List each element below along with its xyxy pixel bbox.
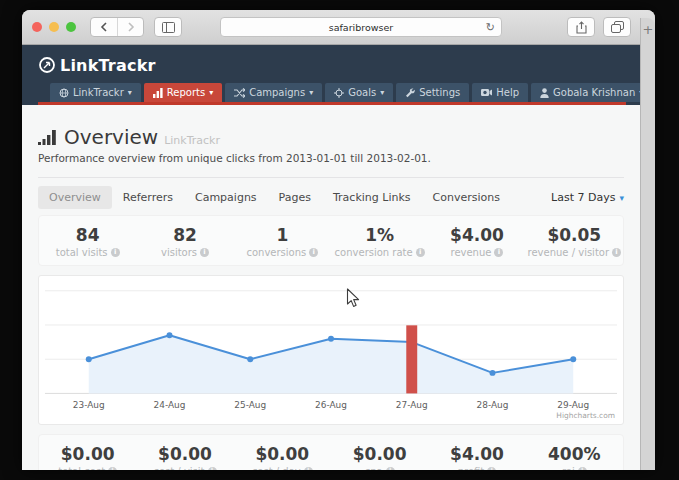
globe-icon (59, 88, 69, 98)
nav-item-reports[interactable]: Reports ▾ (144, 83, 222, 102)
stat-total-cost: $0.00 total costi (39, 444, 136, 470)
close-window-button[interactable] (32, 22, 42, 32)
nav-item-linktrackr[interactable]: LinkTrackr ▾ (50, 83, 141, 102)
svg-text:28-Aug: 28-Aug (477, 400, 509, 410)
report-tabs: Overview Referrers Campaigns Pages Track… (22, 178, 640, 211)
stat-value: $0.00 (234, 444, 331, 464)
stat-value: 84 (39, 225, 136, 245)
caret-down-icon: ▾ (209, 88, 213, 97)
back-button[interactable] (91, 18, 117, 36)
sidebar-toggle-button[interactable] (154, 17, 182, 37)
svg-text:Highcharts.com: Highcharts.com (556, 411, 615, 420)
user-icon (540, 88, 549, 98)
tab-overview[interactable]: Overview (38, 186, 112, 209)
stat-value: 400% (526, 444, 623, 464)
browser-window: safaribrowser ↻ + LinkTrackr (22, 10, 655, 470)
info-icon[interactable]: i (304, 467, 313, 470)
stat-value: $4.00 (428, 225, 525, 245)
tab-campaigns[interactable]: Campaigns (184, 186, 268, 209)
stat-cpa: $0.00 cpai (331, 444, 428, 470)
nav-item-help[interactable]: Help (472, 83, 528, 102)
stat-label: total visits (56, 247, 108, 258)
stat-revenue: $4.00 revenuei (428, 225, 525, 258)
stats-top-card: 84 total visitsi 82 visitorsi 1 conversi… (38, 215, 624, 266)
visits-chart[interactable]: 23-Aug24-Aug25-Aug26-Aug27-Aug28-Aug29-A… (38, 275, 624, 425)
nav-label: Campaigns (249, 87, 305, 98)
stats-bottom-card: $0.00 total costi $0.00 cost / visiti $0… (38, 434, 624, 470)
minimize-window-button[interactable] (49, 22, 59, 32)
tab-conversions[interactable]: Conversions (422, 186, 511, 209)
chevron-left-icon (100, 22, 108, 32)
stat-value: $0.00 (331, 444, 428, 464)
nav-item-campaigns[interactable]: Campaigns ▾ (225, 83, 322, 102)
stat-label: roi (562, 466, 575, 470)
info-icon[interactable]: i (386, 467, 395, 470)
svg-text:29-Aug: 29-Aug (557, 400, 589, 410)
wrench-icon (405, 88, 415, 98)
tab-pages[interactable]: Pages (268, 186, 322, 209)
info-icon[interactable]: i (309, 248, 318, 257)
highcharts-plot: 23-Aug24-Aug25-Aug26-Aug27-Aug28-Aug29-A… (39, 276, 623, 424)
stat-label: total cost (58, 466, 105, 470)
date-range-select[interactable]: Last 7 Days ▾ (551, 191, 624, 204)
reload-icon[interactable]: ↻ (486, 22, 495, 33)
logo[interactable]: LinkTrackr (38, 52, 626, 78)
nav-label: Reports (167, 87, 205, 98)
page-head: Overview LinkTrackr Performance overview… (22, 105, 640, 178)
share-button[interactable] (567, 17, 595, 37)
user-menu[interactable]: Gobala Krishnan ▾ (531, 83, 640, 102)
stat-label: cost / visit (153, 466, 204, 470)
stat-label: visitors (161, 247, 197, 258)
stat-value: $0.05 (526, 225, 623, 245)
info-icon[interactable]: i (612, 248, 621, 257)
stat-value: 1 (234, 225, 331, 245)
info-icon[interactable]: i (200, 248, 209, 257)
nav-label: LinkTrackr (73, 87, 124, 98)
svg-text:26-Aug: 26-Aug (315, 400, 347, 410)
info-icon[interactable]: i (111, 248, 120, 257)
nav-item-goals[interactable]: Goals ▾ (325, 83, 393, 102)
share-icon (576, 21, 587, 34)
info-icon[interactable]: i (578, 467, 587, 470)
new-tab-button[interactable]: + (641, 18, 655, 42)
stat-profit: $4.00 profiti (428, 444, 525, 470)
info-icon[interactable]: i (487, 467, 496, 470)
stat-value: $0.00 (136, 444, 233, 464)
caret-down-icon: ▾ (619, 193, 624, 203)
stat-label: conversions (246, 247, 306, 258)
stat-total-visits: 84 total visitsi (39, 225, 136, 258)
svg-text:27-Aug: 27-Aug (396, 400, 428, 410)
toolbar-right-buttons (567, 17, 631, 37)
new-tab-strip: + (640, 18, 655, 470)
bar-chart-icon (153, 88, 163, 98)
caret-down-icon: ▾ (309, 88, 313, 97)
address-bar[interactable]: safaribrowser ↻ (220, 17, 502, 37)
linktrackr-logo-icon (38, 56, 56, 74)
forward-button[interactable] (117, 18, 143, 36)
shuffle-icon (234, 88, 245, 98)
logo-text: LinkTrackr (60, 56, 156, 75)
tabs-overview-button[interactable] (603, 17, 631, 37)
stat-conversion-rate: 1% conversion ratei (331, 225, 428, 258)
info-icon[interactable]: i (108, 467, 117, 470)
tab-referrers[interactable]: Referrers (112, 186, 184, 209)
info-icon[interactable]: i (416, 248, 425, 257)
chevron-right-icon (127, 22, 135, 32)
stat-label: revenue / visitor (528, 247, 610, 258)
stat-value: 1% (331, 225, 428, 245)
stat-revenue-visitor: $0.05 revenue / visitori (526, 225, 623, 258)
zoom-window-button[interactable] (66, 22, 76, 32)
svg-text:23-Aug: 23-Aug (73, 400, 105, 410)
page-subtitle: Performance overview from unique clicks … (38, 152, 624, 164)
tab-tracking-links[interactable]: Tracking Links (322, 186, 422, 209)
stat-label: cpa (365, 466, 383, 470)
info-icon[interactable]: i (494, 248, 503, 257)
nav-item-settings[interactable]: Settings (396, 83, 469, 102)
stat-cost-day: $0.00 cost / dayi (234, 444, 331, 470)
stat-roi: 400% roii (526, 444, 623, 470)
page-title-suffix: LinkTrackr (164, 134, 220, 147)
info-icon[interactable]: i (208, 467, 217, 470)
stat-cost-visit: $0.00 cost / visiti (136, 444, 233, 470)
user-name: Gobala Krishnan (553, 87, 635, 98)
stat-label: profit (458, 466, 485, 470)
